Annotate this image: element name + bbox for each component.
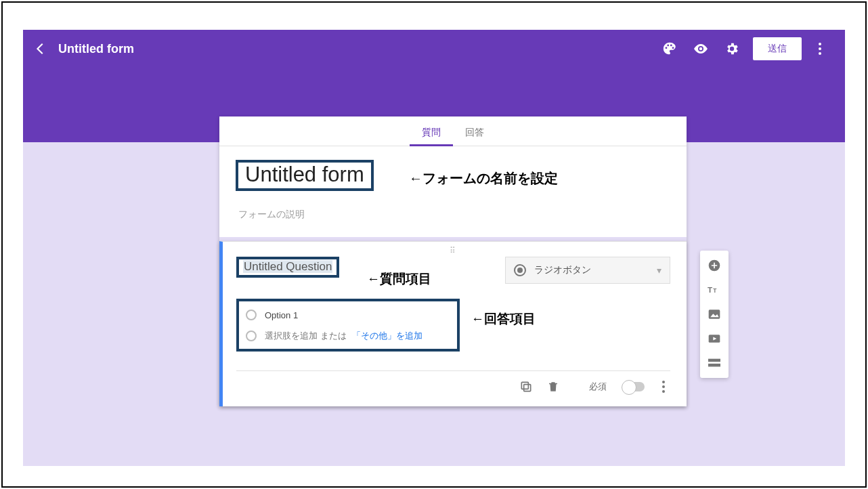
settings-icon[interactable] [723, 40, 741, 58]
form-editor: 質問 回答 Untitled form フォームの説明 ⠿ Untitled Q… [219, 116, 687, 406]
add-option-button[interactable]: 選択肢を追加 [265, 330, 318, 342]
drag-handle-icon[interactable]: ⠿ [236, 246, 670, 255]
duplicate-icon[interactable] [519, 379, 534, 394]
radio-outline-icon [246, 310, 257, 320]
more-icon[interactable] [811, 40, 829, 58]
add-section-icon[interactable] [700, 352, 729, 374]
svg-rect-9 [708, 359, 720, 362]
side-toolbar: TT [700, 251, 729, 378]
add-question-icon[interactable] [700, 255, 729, 276]
svg-rect-10 [708, 364, 720, 367]
options-area: Option 1 選択肢を追加 または 「その他」を追加 [236, 299, 460, 352]
form-title-input[interactable]: Untitled form [236, 160, 374, 191]
tabs: 質問 回答 [219, 116, 687, 146]
tab-questions[interactable]: 質問 [410, 127, 453, 146]
annotation-question: ←質問項目 [367, 270, 431, 288]
svg-rect-5 [709, 310, 720, 318]
preview-icon[interactable] [692, 40, 710, 58]
annotation-form-name: ←フォームの名前を設定 [409, 169, 558, 188]
svg-rect-1 [521, 382, 528, 389]
svg-text:T: T [708, 285, 712, 294]
radio-outline-icon [246, 331, 257, 341]
or-text: または [320, 330, 347, 342]
tab-responses[interactable]: 回答 [453, 127, 496, 146]
send-button[interactable]: 送信 [753, 37, 802, 60]
back-arrow-icon[interactable] [32, 41, 49, 57]
question-card: ⠿ Untitled Question ラジオボタン ▾ Option 1 [219, 241, 687, 406]
delete-icon[interactable] [546, 379, 561, 394]
form-header-card: Untitled form フォームの説明 [219, 146, 687, 237]
question-more-icon[interactable] [657, 381, 670, 393]
question-title-text: Untitled Question [243, 260, 332, 273]
add-option-row: 選択肢を追加 または 「その他」を追加 [246, 330, 450, 342]
option-label: Option 1 [265, 310, 298, 320]
radio-icon [514, 264, 526, 276]
required-toggle[interactable] [623, 382, 645, 391]
annotation-answer: ←回答項目 [471, 310, 536, 328]
form-title-text: Untitled form [245, 163, 364, 186]
add-video-icon[interactable] [700, 328, 729, 349]
question-type-label: ラジオボタン [534, 264, 591, 276]
palette-icon[interactable] [661, 40, 678, 58]
add-title-icon[interactable]: TT [700, 279, 729, 301]
option-row[interactable]: Option 1 [246, 310, 450, 320]
question-type-select[interactable]: ラジオボタン ▾ [505, 257, 670, 284]
add-other-button[interactable]: 「その他」を追加 [352, 330, 422, 342]
required-label: 必須 [589, 381, 607, 393]
divider [236, 370, 670, 371]
add-image-icon[interactable] [700, 303, 729, 325]
svg-rect-0 [524, 385, 531, 391]
svg-text:T: T [713, 287, 716, 294]
form-title-header[interactable]: Untitled form [58, 42, 134, 56]
app-toolbar: Untitled form 送信 [23, 30, 845, 68]
chevron-down-icon: ▾ [657, 265, 661, 276]
form-description-input[interactable]: フォームの説明 [238, 209, 670, 221]
question-title-input[interactable]: Untitled Question [236, 257, 339, 278]
